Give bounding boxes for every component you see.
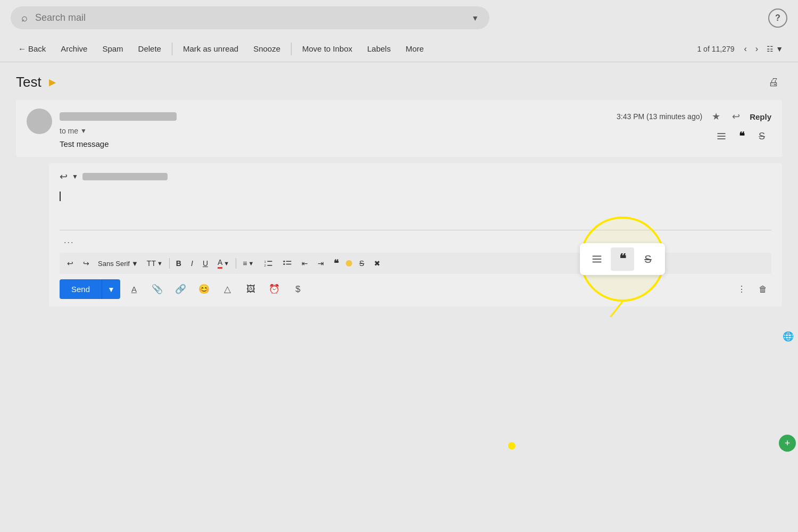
fmt-sep-1	[169, 258, 170, 269]
reply-icon-button[interactable]: ↩	[730, 109, 742, 124]
text-color-button[interactable]: A ▼	[213, 255, 234, 271]
reply-body[interactable]	[60, 188, 771, 230]
underline-button[interactable]: U	[198, 256, 212, 270]
to-me-row[interactable]: to me ▼	[60, 127, 771, 135]
toolbar-separator-2	[291, 43, 292, 55]
back-button[interactable]: ← Back	[11, 40, 53, 57]
attach-file-button[interactable]: 📎	[148, 280, 167, 299]
more-compose-options[interactable]: ⋮	[733, 281, 750, 297]
font-size-button[interactable]: TT ▼	[143, 256, 167, 270]
clear-formatting-button[interactable]: ✖	[370, 256, 385, 270]
bottom-action-bar: Send ▼ A 📎 🔗 😊 △ 🖼 ⏰ $ ⋮ 🗑	[60, 279, 771, 299]
grid-chevron-icon: ▼	[776, 45, 783, 53]
font-family-select[interactable]: Sans Serif ▼	[95, 257, 142, 270]
indent-less-button[interactable]: ⇤	[297, 256, 312, 270]
search-icon: ⌕	[21, 12, 28, 24]
email-actions-right: ❝ S	[712, 127, 771, 146]
schedule-send-button[interactable]: ⏰	[265, 280, 284, 299]
search-input[interactable]	[35, 12, 464, 23]
subject-text: Test	[16, 74, 41, 90]
labels-button[interactable]: Labels	[360, 40, 398, 57]
prev-email-button[interactable]: ‹	[739, 41, 751, 57]
reply-dropdown-icon[interactable]: ▼	[72, 173, 78, 180]
to-label: to me	[60, 127, 78, 135]
bullet-list-button[interactable]	[278, 256, 296, 271]
right-globe-icon[interactable]: 🌐	[780, 328, 796, 344]
email-meta-right: 3:43 PM (13 minutes ago) ★ ↩ Reply	[617, 109, 771, 124]
star-button[interactable]: ★	[710, 109, 722, 124]
back-arrow-icon: ←	[18, 44, 26, 53]
reply-header: ↩ ▼	[60, 171, 771, 182]
undo-button[interactable]: ↩	[63, 256, 78, 270]
bold-button[interactable]: B	[172, 256, 186, 270]
svg-rect-6	[268, 265, 272, 266]
font-size-label: TT	[147, 259, 156, 268]
drive-button[interactable]: △	[218, 280, 237, 299]
help-icon[interactable]: ?	[768, 9, 787, 28]
send-dropdown-button[interactable]: ▼	[102, 279, 120, 299]
fmt-sep-2	[236, 258, 236, 269]
grid-icon: ☷	[767, 45, 774, 53]
search-bar-container: ⌕ ▼	[11, 6, 489, 29]
svg-rect-0	[718, 133, 726, 134]
more-options-dots[interactable]: ···	[60, 236, 771, 250]
toolbar-separator-1	[172, 43, 172, 55]
send-btn-group: Send ▼	[60, 279, 120, 299]
annotation-dot	[508, 442, 516, 450]
search-dropdown-icon[interactable]: ▼	[471, 14, 479, 22]
more-button[interactable]: More	[398, 40, 431, 57]
email-body: 3:43 PM (13 minutes ago) ★ ↩ Reply to me…	[60, 109, 771, 148]
font-family-label: Sans Serif	[98, 260, 130, 268]
sender-name-blurred	[60, 112, 177, 121]
svg-rect-2	[718, 138, 726, 139]
bullet-list-icon	[282, 259, 292, 268]
svg-text:2: 2	[264, 264, 267, 267]
delete-button[interactable]: Delete	[131, 40, 169, 57]
emoji-button[interactable]: 😊	[195, 280, 214, 299]
print-button[interactable]: 🖨	[765, 73, 782, 92]
svg-rect-4	[268, 261, 272, 262]
email-card: 3:43 PM (13 minutes ago) ★ ↩ Reply to me…	[16, 100, 782, 157]
sender-avatar	[27, 109, 52, 134]
send-button[interactable]: Send	[60, 279, 102, 299]
link-button[interactable]: 🔗	[171, 280, 190, 299]
svg-rect-1	[718, 136, 726, 137]
confidential-button[interactable]: $	[288, 280, 307, 299]
svg-rect-10	[286, 264, 292, 265]
mark-unread-button[interactable]: Mark as unread	[176, 40, 246, 57]
reply-card: ↩ ▼ ··· ↩ ↪ Sans Serif ▼ TT ▼ B I U	[49, 163, 782, 306]
text-formatting-button[interactable]: A	[124, 280, 144, 299]
text-color-chevron: ▼	[223, 260, 229, 267]
formatting-toolbar: ↩ ↪ Sans Serif ▼ TT ▼ B I U A ▼ ≡ ▼	[60, 253, 771, 274]
italic-button[interactable]: I	[187, 256, 197, 270]
toolbar: ← Back Archive Spam Delete Mark as unrea…	[0, 36, 798, 62]
image-button[interactable]: 🖼	[242, 280, 261, 299]
reply-arrow-icon[interactable]: ↩	[60, 171, 68, 182]
spam-button[interactable]: Spam	[95, 40, 130, 57]
svg-point-9	[284, 263, 285, 265]
svg-point-7	[284, 261, 285, 262]
align-chevron: ▼	[248, 260, 254, 267]
svg-rect-8	[286, 261, 292, 262]
align-icon: ≡	[243, 259, 247, 268]
align-button[interactable]: ≡ ▼	[238, 256, 258, 270]
quote-action-icon[interactable]: ❝	[732, 127, 751, 146]
strikethrough-button[interactable]: S	[355, 256, 368, 270]
back-label: Back	[28, 44, 46, 53]
move-to-inbox-button[interactable]: Move to Inbox	[295, 40, 360, 57]
reply-text-button[interactable]: Reply	[750, 112, 771, 121]
more-options-icon[interactable]	[712, 127, 731, 146]
indent-more-button[interactable]: ⇥	[313, 256, 328, 270]
right-green-circle[interactable]: +	[779, 435, 796, 452]
snooze-button[interactable]: Snooze	[246, 40, 288, 57]
redo-button[interactable]: ↪	[79, 256, 94, 270]
grid-view-button[interactable]: ☷ ▼	[762, 41, 787, 56]
quote-format-button[interactable]: ❝	[329, 255, 343, 272]
numbered-list-button[interactable]: 1 2	[259, 256, 277, 271]
archive-button[interactable]: Archive	[53, 40, 95, 57]
next-email-button[interactable]: ›	[751, 41, 762, 57]
discard-draft-button[interactable]: 🗑	[754, 281, 771, 297]
svg-text:1: 1	[264, 260, 267, 263]
font-size-chevron: ▼	[157, 260, 163, 267]
strikethrough-action-icon[interactable]: S	[752, 127, 771, 146]
